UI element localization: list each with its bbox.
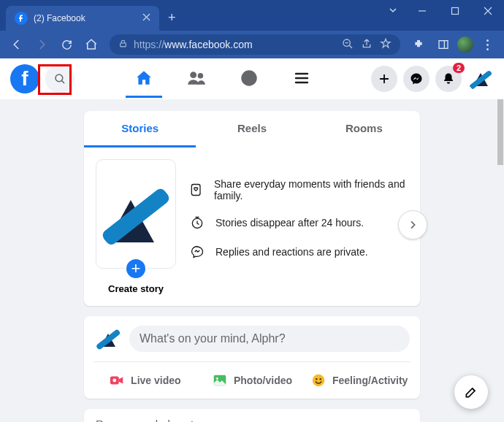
svg-point-6 xyxy=(199,73,203,77)
zoom-icon[interactable] xyxy=(342,38,354,52)
profile-avatar-icon[interactable] xyxy=(457,37,473,53)
edit-fab-button[interactable] xyxy=(454,375,488,409)
scrollbar-thumb[interactable] xyxy=(497,99,503,165)
svg-rect-3 xyxy=(439,41,448,49)
messenger-button[interactable] xyxy=(403,66,429,92)
nav-menu-tab[interactable] xyxy=(283,60,320,98)
stories-next-button[interactable] xyxy=(398,210,427,239)
svg-rect-0 xyxy=(451,8,458,15)
create-button[interactable] xyxy=(371,66,397,92)
stories-card: Stories Reels Rooms + Create story Share… xyxy=(84,111,420,306)
extensions-icon[interactable] xyxy=(408,34,429,55)
live-video-button[interactable]: Live video xyxy=(91,367,199,394)
recommended-post-card: Recommended post xyxy=(84,409,420,422)
close-tab-icon[interactable] xyxy=(142,13,150,23)
svg-point-9 xyxy=(250,74,253,77)
lock-icon xyxy=(118,39,128,50)
nav-friends-tab[interactable] xyxy=(178,60,215,98)
browser-toolbar: https://www.facebook.com xyxy=(0,31,504,58)
story-hint: Share everyday moments with friends and … xyxy=(189,178,408,202)
notification-badge: 2 xyxy=(453,63,465,73)
story-hint: Replies and reactions are private. xyxy=(189,244,408,260)
svg-point-13 xyxy=(113,379,117,383)
feeling-activity-button[interactable]: Feeling/Activity xyxy=(305,367,413,394)
story-hint: Stories disappear after 24 hours. xyxy=(189,215,408,231)
url-text: https://www.facebook.com xyxy=(134,39,253,50)
clock-icon xyxy=(189,215,205,231)
back-button[interactable] xyxy=(6,34,28,55)
svg-rect-1 xyxy=(121,43,126,47)
browser-menu-button[interactable] xyxy=(476,34,498,55)
home-button[interactable] xyxy=(80,34,102,55)
account-menu-button[interactable] xyxy=(467,66,494,92)
svg-point-7 xyxy=(242,71,256,85)
side-panel-icon[interactable] xyxy=(432,34,454,55)
composer-avatar[interactable] xyxy=(94,325,122,353)
share-icon[interactable] xyxy=(361,38,373,52)
create-story-label: Create story xyxy=(96,283,176,294)
svg-point-17 xyxy=(316,378,317,380)
window-maximize-button[interactable] xyxy=(438,0,471,22)
window-minimize-button[interactable] xyxy=(405,0,438,22)
notifications-button[interactable]: 2 xyxy=(435,66,462,92)
new-tab-button[interactable]: + xyxy=(159,3,185,26)
reload-button[interactable] xyxy=(56,34,77,55)
plus-icon: + xyxy=(124,257,148,280)
bookmark-star-icon[interactable] xyxy=(380,38,392,52)
facebook-header: f 2 xyxy=(0,58,504,99)
news-feed: Stories Reels Rooms + Create story Share… xyxy=(0,99,504,422)
recommended-heading: Recommended post xyxy=(84,409,420,422)
tab-rooms[interactable]: Rooms xyxy=(308,111,420,147)
window-titlebar: (2) Facebook + xyxy=(0,0,504,31)
nav-groups-tab[interactable] xyxy=(231,60,267,98)
tab-search-chevron-icon[interactable] xyxy=(381,0,405,18)
messenger-outline-icon xyxy=(189,244,205,260)
svg-point-8 xyxy=(245,74,248,77)
svg-point-5 xyxy=(191,72,196,77)
nav-home-tab[interactable] xyxy=(126,60,162,98)
photo-video-button[interactable]: Photo/video xyxy=(199,367,306,394)
facebook-logo[interactable]: f xyxy=(10,64,39,93)
tab-reels[interactable]: Reels xyxy=(196,111,308,147)
forward-button[interactable] xyxy=(31,34,53,55)
composer-input[interactable]: What's on your mind, Alphr? xyxy=(129,326,410,352)
tab-title: (2) Facebook xyxy=(34,13,137,23)
annotation-highlight-box xyxy=(38,64,72,95)
facebook-favicon xyxy=(15,12,28,25)
svg-point-15 xyxy=(216,377,218,380)
svg-point-16 xyxy=(313,375,325,387)
composer-card: What's on your mind, Alphr? Live video P… xyxy=(84,316,420,399)
browser-tab[interactable]: (2) Facebook xyxy=(6,6,159,31)
svg-rect-10 xyxy=(191,185,200,196)
svg-point-18 xyxy=(319,378,321,380)
heart-card-icon xyxy=(189,182,204,198)
create-story-tile[interactable]: + Create story xyxy=(96,159,176,294)
window-close-button[interactable] xyxy=(471,0,504,22)
address-bar[interactable]: https://www.facebook.com xyxy=(110,34,400,55)
tab-stories[interactable]: Stories xyxy=(84,111,196,147)
